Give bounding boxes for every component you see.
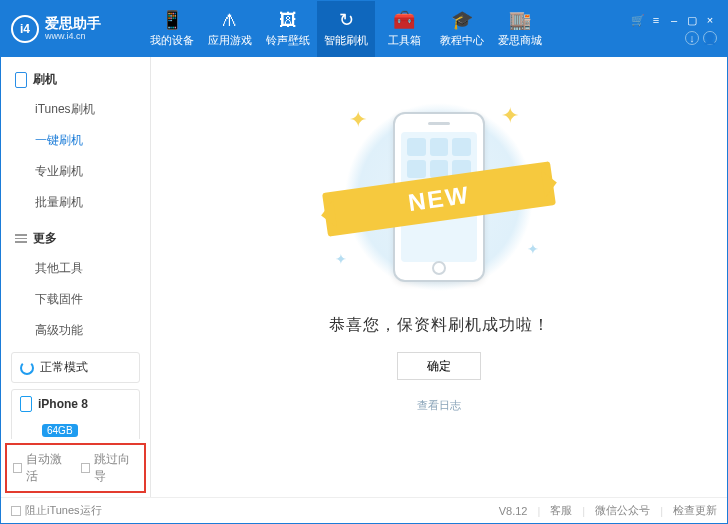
download-button[interactable]: ↓ [685,31,699,45]
close-icon[interactable]: × [703,13,717,27]
skip-setup-label: 跳过向导 [94,451,138,485]
device-storage: 64GB [42,424,78,437]
device-name: iPhone 8 [38,397,88,411]
view-log-link[interactable]: 查看日志 [417,398,461,413]
logo[interactable]: i4 爱思助手 www.i4.cn [11,15,143,43]
nav-icon: 🎓 [451,11,473,29]
mode-label: 正常模式 [40,359,88,376]
nav-label: 爱思商城 [498,33,542,48]
spinner-icon [20,361,34,375]
sidebar-item-flash-2[interactable]: 专业刷机 [1,156,150,187]
header-bar: i4 爱思助手 www.i4.cn 📱我的设备⩚应用游戏🖼铃声壁纸↻智能刷机🧰工… [1,1,727,57]
sidebar-item-more-1[interactable]: 下载固件 [1,284,150,315]
nav-icon: 📱 [161,11,183,29]
sidebar-item-flash-0[interactable]: iTunes刷机 [1,94,150,125]
auto-activate-checkbox[interactable]: 自动激活 [13,451,71,485]
sparkle-icon: ✦ [349,107,367,133]
app-window: i4 爱思助手 www.i4.cn 📱我的设备⩚应用游戏🖼铃声壁纸↻智能刷机🧰工… [0,0,728,524]
nav-label: 教程中心 [440,33,484,48]
app-name: 爱思助手 [45,16,101,31]
top-nav: 📱我的设备⩚应用游戏🖼铃声壁纸↻智能刷机🧰工具箱🎓教程中心🏬爱思商城 [143,1,625,57]
checkbox-icon [81,463,90,473]
illustration: ✦ ✦ ✦ ✦ NEW [329,97,549,297]
status-link-update[interactable]: 检查更新 [673,503,717,518]
hamburger-icon [15,234,27,243]
device-box[interactable]: iPhone 8 64GB [11,389,140,439]
sidebar-item-more-0[interactable]: 其他工具 [1,253,150,284]
sparkle-icon: ✦ [527,241,539,257]
sidebar-heading-more-label: 更多 [33,230,57,247]
nav-icon: 🏬 [509,11,531,29]
mode-box[interactable]: 正常模式 [11,352,140,383]
minimize-icon[interactable]: – [667,13,681,27]
cart-icon[interactable]: 🛒 [631,13,645,27]
device-icon [20,396,32,412]
nav-icon: ⩚ [221,11,239,29]
phone-icon [15,72,27,88]
status-bar: 阻止iTunes运行 V8.12 | 客服 | 微信公众号 | 检查更新 [1,497,727,523]
ok-button[interactable]: 确定 [397,352,481,380]
nav-label: 我的设备 [150,33,194,48]
sparkle-icon: ✦ [335,251,347,267]
nav-label: 智能刷机 [324,33,368,48]
status-link-support[interactable]: 客服 [550,503,572,518]
block-itunes-label: 阻止iTunes运行 [25,503,102,518]
nav-item-5[interactable]: 🎓教程中心 [433,1,491,57]
main-panel: ✦ ✦ ✦ ✦ NEW 恭喜您，保资料刷机成功啦！ 确定 查看日志 [151,57,727,497]
nav-label: 工具箱 [388,33,421,48]
sidebar-heading-flash-label: 刷机 [33,71,57,88]
skip-setup-checkbox[interactable]: 跳过向导 [81,451,139,485]
user-button[interactable]: 👤 [703,31,717,45]
checkbox-icon [11,506,21,516]
success-message: 恭喜您，保资料刷机成功啦！ [329,315,550,336]
sparkle-icon: ✦ [501,103,519,129]
nav-icon: 🧰 [393,11,415,29]
app-subdomain: www.i4.cn [45,32,101,42]
version-label: V8.12 [499,505,528,517]
sidebar-heading-more: 更多 [1,226,150,253]
sidebar-item-more-2[interactable]: 高级功能 [1,315,150,346]
sidebar-item-flash-3[interactable]: 批量刷机 [1,187,150,218]
nav-item-1[interactable]: ⩚应用游戏 [201,1,259,57]
sidebar-bottom-options: 自动激活 跳过向导 [5,443,146,493]
nav-icon: ↻ [339,11,354,29]
sidebar: 刷机 iTunes刷机一键刷机专业刷机批量刷机 更多 其他工具下载固件高级功能 … [1,57,151,497]
nav-item-6[interactable]: 🏬爱思商城 [491,1,549,57]
sidebar-item-flash-1[interactable]: 一键刷机 [1,125,150,156]
nav-item-4[interactable]: 🧰工具箱 [375,1,433,57]
nav-item-0[interactable]: 📱我的设备 [143,1,201,57]
nav-icon: 🖼 [279,11,297,29]
checkbox-icon [13,463,22,473]
status-link-wechat[interactable]: 微信公众号 [595,503,650,518]
nav-item-2[interactable]: 🖼铃声壁纸 [259,1,317,57]
logo-badge-icon: i4 [11,15,39,43]
maximize-icon[interactable]: ▢ [685,13,699,27]
auto-activate-label: 自动激活 [26,451,70,485]
nav-label: 应用游戏 [208,33,252,48]
menu-icon[interactable]: ≡ [649,13,663,27]
block-itunes-checkbox[interactable]: 阻止iTunes运行 [11,503,102,518]
nav-label: 铃声壁纸 [266,33,310,48]
nav-item-3[interactable]: ↻智能刷机 [317,1,375,57]
sidebar-heading-flash: 刷机 [1,67,150,94]
